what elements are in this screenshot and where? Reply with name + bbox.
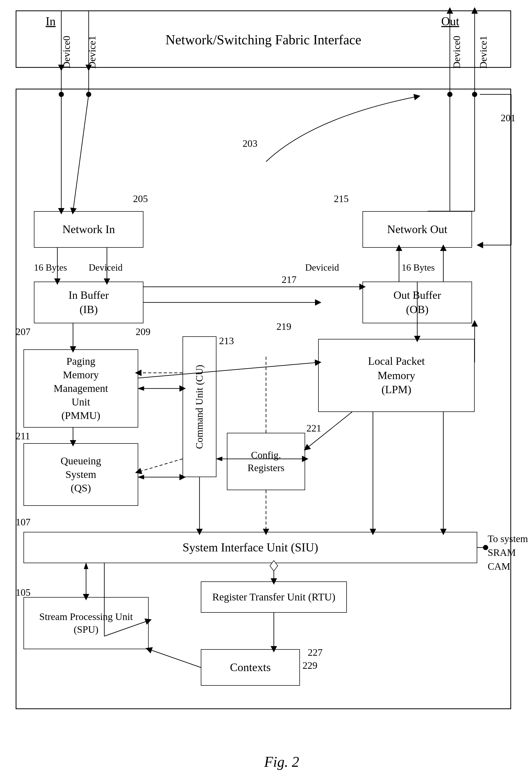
out-label: Out xyxy=(441,14,459,28)
lpm-box: Local Packet Memory (LPM) xyxy=(318,339,475,412)
cu-box: Command Unit (CU) xyxy=(182,336,217,477)
network-out-box: Network Out xyxy=(363,211,472,248)
siu-box: System Interface Unit (SIU) xyxy=(23,532,477,563)
label-219: 219 xyxy=(277,321,291,332)
qs-box: Queueing System (QS) xyxy=(23,443,138,506)
label-211: 211 xyxy=(16,430,30,442)
deviceid-right: Deviceid xyxy=(305,262,339,273)
label-207: 207 xyxy=(16,326,30,337)
in-label: In xyxy=(46,14,56,28)
device0-out-label: Device0 xyxy=(451,36,462,69)
to-system-label: To system SRAM CAM xyxy=(488,532,532,573)
deviceid-left: Deviceid xyxy=(89,262,123,273)
in-buffer-box: In Buffer (IB) xyxy=(34,282,143,323)
bytes16-right: 16 Bytes xyxy=(402,262,435,273)
fig-caption: Fig. 2 xyxy=(16,754,532,770)
label-209: 209 xyxy=(136,326,150,337)
label-215: 215 xyxy=(334,193,349,205)
device1-out-label: Device1 xyxy=(477,36,489,69)
label-203: 203 xyxy=(242,138,257,149)
pmmu-box: Paging Memory Management Unit (PMMU) xyxy=(23,349,138,427)
label-201: 201 xyxy=(501,112,516,124)
contexts-box: Contexts xyxy=(201,649,300,686)
bytes16-left: 16 Bytes xyxy=(34,262,67,273)
out-buffer-box: Out Buffer (OB) xyxy=(363,282,472,323)
rtu-box: Register Transfer Unit (RTU) xyxy=(201,581,347,613)
label-213: 213 xyxy=(219,335,234,346)
label-105: 105 xyxy=(16,587,30,598)
label-229: 229 xyxy=(303,659,317,671)
label-227: 227 xyxy=(308,646,323,658)
label-221: 221 xyxy=(306,422,321,434)
label-107: 107 xyxy=(16,516,30,528)
network-in-box: Network In xyxy=(34,211,143,248)
label-217: 217 xyxy=(282,274,297,285)
device1-in-label: Device1 xyxy=(86,36,98,69)
label-205: 205 xyxy=(133,193,148,205)
device0-in-label: Device0 xyxy=(61,36,72,69)
config-reg-box: Config. Registers xyxy=(227,433,305,490)
spu-box: Stream Processing Unit (SPU) xyxy=(23,597,149,649)
